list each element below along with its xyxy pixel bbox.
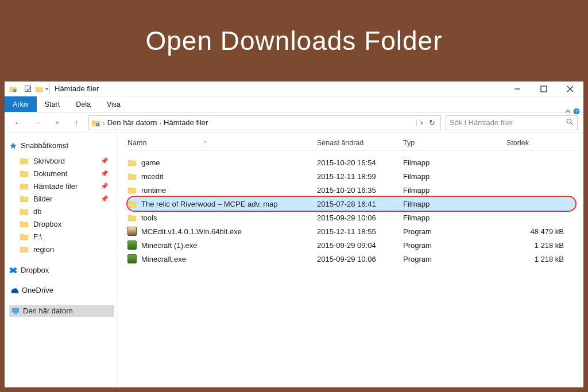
titlebar: ▾ Hämtade filer	[5, 81, 583, 96]
file-modified: 2015-09-29 09:04	[317, 241, 403, 250]
file-list-area: Namn^ Senast ändrad Typ Storlek game2015…	[117, 133, 583, 387]
sidebar-this-pc[interactable]: Den här datorn	[9, 305, 114, 317]
breadcrumb-part-thispc[interactable]: Den här datorn	[107, 118, 157, 127]
sidebar-item[interactable]: Hämtade filer📌	[9, 180, 114, 192]
file-type: Program	[403, 227, 506, 236]
sidebar-item[interactable]: db	[9, 205, 114, 218]
downloads-icon	[8, 84, 18, 94]
ribbon-tab-file[interactable]: Arkiv	[5, 96, 37, 112]
page-banner: Open Downloads Folder	[0, 0, 588, 81]
breadcrumb-dropdown-icon[interactable]: v	[416, 119, 423, 126]
file-type: Filmapp	[403, 200, 506, 208]
pin-icon: 📌	[100, 183, 109, 190]
file-modified: 2015-09-29 10:06	[317, 214, 403, 222]
application-icon	[127, 227, 137, 236]
file-type: Program	[403, 255, 506, 263]
col-modified[interactable]: Senast ändrad	[317, 139, 403, 147]
file-size: 1 218 kB	[506, 255, 575, 263]
sidebar-item[interactable]: F:\	[9, 230, 114, 243]
folder-icon	[20, 232, 29, 241]
file-name-label: mcedit	[141, 172, 163, 181]
svg-text:?: ?	[575, 109, 578, 114]
file-row[interactable]: MCEdit.v1.4.0.1.Win.64bit.exe2015-12-11 …	[127, 224, 575, 238]
quick-save-icon[interactable]	[22, 84, 33, 94]
file-row[interactable]: runtime2015-10-20 16:35Filmapp	[127, 183, 575, 197]
file-name-label: game	[141, 158, 160, 167]
folder-icon	[20, 207, 29, 216]
chevron-right-icon[interactable]: ›	[103, 119, 105, 126]
breadcrumb-part-downloads[interactable]: Hämtade filer	[164, 118, 208, 127]
application-icon	[127, 240, 137, 250]
close-button[interactable]	[557, 81, 583, 96]
file-row[interactable]: tools2015-09-29 10:06Filmapp	[127, 211, 575, 224]
column-headers[interactable]: Namn^ Senast ändrad Typ Storlek	[127, 139, 575, 151]
search-input[interactable]: Sök i Hämtade filer	[446, 115, 578, 130]
folder-toolbar-icon[interactable]	[34, 84, 44, 94]
svg-rect-3	[541, 86, 547, 92]
minimize-button[interactable]	[504, 81, 531, 96]
sidebar-onedrive[interactable]: OneDrive	[9, 285, 114, 296]
file-modified: 2015-10-20 16:35	[317, 186, 403, 195]
pin-icon: 📌	[100, 157, 109, 165]
application-icon	[127, 254, 137, 263]
file-row[interactable]: The relic of Riverwood – MCPE adv. map20…	[127, 197, 575, 211]
chevron-right-icon[interactable]: ›	[159, 119, 161, 126]
col-name: Namn^	[127, 139, 317, 147]
pin-icon: 📌	[100, 170, 109, 177]
folder-icon	[127, 185, 137, 195]
folder-icon	[127, 158, 137, 167]
file-row[interactable]: mcedit2015-12-11 18:59Filmapp	[127, 169, 575, 183]
sidebar-dropbox[interactable]: Dropbox	[9, 265, 114, 275]
file-row[interactable]: Minecraft.exe2015-09-29 10:06Program1 21…	[127, 252, 575, 266]
file-name-label: runtime	[141, 186, 166, 195]
ribbon-collapse-help[interactable]: ?	[565, 108, 580, 115]
sidebar-quick-access[interactable]: Snabbåtkomst	[9, 140, 114, 151]
forward-button[interactable]: →	[30, 115, 45, 130]
file-name-label: Minecraft.exe	[141, 255, 186, 263]
folder-icon	[127, 172, 137, 181]
ribbon-tab-share[interactable]: Dela	[68, 96, 99, 112]
file-row[interactable]: Minecraft (1).exe2015-09-29 09:04Program…	[127, 238, 575, 252]
folder-icon	[20, 194, 29, 203]
sidebar-item[interactable]: Bilder📌	[9, 192, 114, 205]
file-name-label: Minecraft (1).exe	[141, 241, 198, 250]
window-title: Hämtade filer	[55, 84, 99, 93]
file-modified: 2015-10-20 16:54	[317, 158, 403, 167]
sort-indicator-icon: ^	[204, 140, 207, 146]
col-size[interactable]: Storlek	[506, 139, 575, 147]
maximize-button[interactable]	[531, 81, 557, 96]
sidebar-item[interactable]: region	[9, 243, 114, 255]
pin-icon: 📌	[100, 195, 109, 203]
recent-locations-dropdown[interactable]: ▾	[49, 115, 64, 130]
up-button[interactable]: ↑	[69, 115, 84, 130]
folder-icon	[20, 244, 29, 254]
sidebar-item[interactable]: Dokument📌	[9, 167, 114, 180]
file-row[interactable]: game2015-10-20 16:54Filmapp	[127, 156, 575, 169]
toolbar-dropdown-icon[interactable]: ▾	[45, 86, 48, 92]
navigation-sidebar: Snabbåtkomst Skrivbord📌Dokument📌Hämtade …	[5, 133, 117, 387]
file-modified: 2015-12-11 18:55	[317, 227, 403, 236]
col-type[interactable]: Typ	[403, 139, 506, 147]
folder-icon	[127, 213, 137, 222]
back-button[interactable]: ←	[10, 115, 25, 130]
file-modified: 2015-12-11 18:59	[317, 172, 403, 181]
svg-line-8	[571, 123, 572, 125]
refresh-button[interactable]: ↻	[429, 118, 438, 127]
breadcrumb[interactable]: › Den här datorn › Hämtade filer v ↻	[88, 115, 441, 130]
svg-rect-10	[14, 313, 17, 314]
folder-icon	[91, 118, 100, 127]
sidebar-item[interactable]: Skrivbord📌	[9, 154, 114, 167]
ribbon-tab-view[interactable]: Visa	[99, 96, 129, 112]
file-explorer-window: ▾ Hämtade filer Arkiv Start Dela Visa ? …	[5, 81, 583, 387]
ribbon-tabs: Arkiv Start Dela Visa	[5, 96, 583, 112]
folder-icon	[20, 181, 29, 191]
address-bar-row: ← → ▾ ↑ › Den här datorn › Hämtade filer…	[5, 112, 583, 133]
search-placeholder: Sök i Hämtade filer	[450, 118, 513, 127]
folder-icon	[127, 199, 137, 208]
ribbon-tab-start[interactable]: Start	[37, 96, 68, 112]
file-name-label: MCEdit.v1.4.0.1.Win.64bit.exe	[141, 227, 242, 236]
sidebar-item[interactable]: Dropbox	[9, 218, 114, 230]
search-icon	[566, 118, 574, 127]
file-type: Filmapp	[403, 158, 506, 167]
file-name-label: tools	[141, 214, 157, 222]
